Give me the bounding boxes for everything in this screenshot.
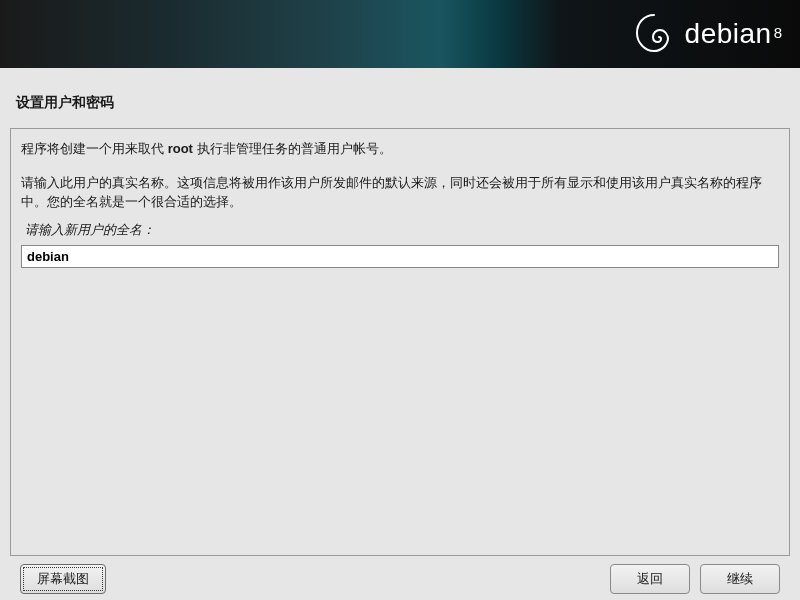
back-button[interactable]: 返回 <box>610 564 690 594</box>
continue-button[interactable]: 继续 <box>700 564 780 594</box>
info-text-2: 请输入此用户的真实名称。这项信息将被用作该用户所发邮件的默认来源，同时还会被用于… <box>21 173 779 212</box>
fullname-label: 请输入新用户的全名： <box>21 218 779 245</box>
fullname-input[interactable] <box>21 245 779 268</box>
screenshot-button[interactable]: 屏幕截图 <box>20 564 106 594</box>
main-panel: 程序将创建一个用来取代 root 执行非管理任务的普通用户帐号。 请输入此用户的… <box>10 128 790 556</box>
info-text-1: 程序将创建一个用来取代 root 执行非管理任务的普通用户帐号。 <box>21 139 779 159</box>
brand-logo: debian8 <box>631 11 782 57</box>
page-title: 设置用户和密码 <box>10 78 790 128</box>
installer-header: debian8 <box>0 0 800 68</box>
bottom-bar: 屏幕截图 返回 继续 <box>10 556 790 594</box>
debian-swirl-icon <box>631 11 677 57</box>
brand-name: debian8 <box>685 18 782 50</box>
